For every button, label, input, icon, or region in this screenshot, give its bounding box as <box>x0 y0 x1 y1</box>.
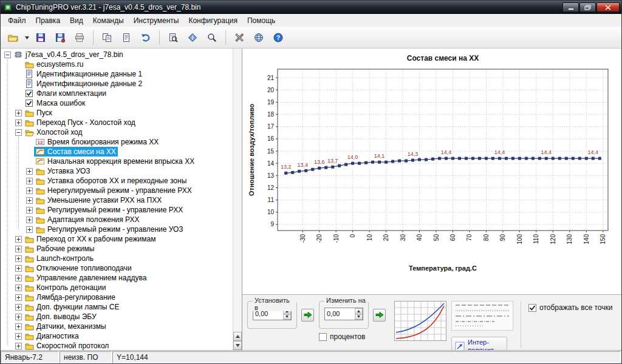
change-spin-up-button[interactable] <box>355 308 363 314</box>
tree-item[interactable]: Диагностика <box>1 331 233 341</box>
tree-item[interactable]: Отключение топливоподачи <box>1 263 233 273</box>
expand-icon[interactable] <box>26 226 33 233</box>
online-button[interactable] <box>250 29 268 47</box>
apply-set-button[interactable] <box>301 309 314 322</box>
tree-item[interactable]: Переход от ХХ к рабочим режимам <box>1 234 233 244</box>
expand-icon[interactable] <box>15 314 22 320</box>
tree-item[interactable]: 12Время блокирования режима ХХ <box>1 137 233 147</box>
expand-icon[interactable] <box>15 275 22 281</box>
copy-button[interactable] <box>98 29 116 47</box>
tree-item[interactable]: Пуск <box>1 108 233 118</box>
expand-icon[interactable] <box>15 255 22 262</box>
expand-icon[interactable] <box>15 323 22 330</box>
help-button[interactable]: ? <box>269 29 287 47</box>
open-dropdown-arrow-icon[interactable] <box>24 29 30 47</box>
undo-button[interactable] <box>137 29 155 47</box>
menu-item[interactable]: Конфигурация <box>183 15 242 27</box>
tree-item-label: Датчики, механизмы <box>36 322 106 331</box>
expand-icon[interactable] <box>15 110 22 116</box>
expand-icon[interactable] <box>15 343 22 349</box>
change-value-input[interactable]: 0,00 <box>325 308 355 320</box>
expand-icon[interactable] <box>15 120 22 126</box>
tree-item[interactable]: Уставка оборотов ХХ и переходные зоны <box>1 176 233 186</box>
tree-item[interactable]: Уставка УОЗ <box>1 166 233 176</box>
expand-icon[interactable] <box>26 217 33 223</box>
tree-item[interactable]: Лямбда-регулирование <box>1 292 233 302</box>
tree-item[interactable]: Доп. выводы ЭБУ <box>1 312 233 322</box>
collapse-icon[interactable] <box>15 129 22 136</box>
menu-item[interactable]: Помощь <box>242 15 280 27</box>
show-all-points-checkbox-box[interactable] <box>528 304 536 312</box>
status-field: неизв. ПО <box>60 351 112 363</box>
tree-item[interactable]: Адаптация положения РХХ <box>1 215 233 224</box>
tree-item[interactable]: Идентификационные данные 1 <box>1 69 233 79</box>
tree-item[interactable]: Состав смеси на ХХ <box>1 147 233 157</box>
menu-item[interactable]: Файл <box>3 15 31 27</box>
tree-item-label: Адаптация положения РХХ <box>47 215 140 224</box>
percent-checkbox-box[interactable] <box>319 333 327 341</box>
expand-icon[interactable] <box>15 294 22 301</box>
chart-canvas[interactable]: 9101112131415161718192021-30-20-10010203… <box>246 51 617 290</box>
tree-item[interactable]: ecusystems.ru <box>1 59 233 69</box>
paste-button[interactable] <box>117 29 135 47</box>
tree-item[interactable]: Регулируемый режим - управление РХХ <box>1 205 233 215</box>
tree-item[interactable]: Флаги комплектации <box>1 89 233 98</box>
expand-icon[interactable] <box>15 285 22 291</box>
expand-icon[interactable] <box>26 187 33 194</box>
minimize-button[interactable] <box>562 2 579 12</box>
menu-item[interactable]: Инструменты <box>129 15 184 27</box>
tree-item[interactable]: Launch-контроль <box>1 254 233 263</box>
expand-icon[interactable] <box>15 236 22 243</box>
scroll-down-button[interactable] <box>233 341 242 350</box>
preview-button[interactable] <box>164 29 182 47</box>
close-button[interactable] <box>596 2 620 12</box>
tree-item[interactable]: Управление давлением наддува <box>1 273 233 283</box>
show-all-points-checkbox[interactable]: отображать все точки <box>528 303 612 312</box>
percent-checkbox[interactable]: процентов <box>319 332 386 341</box>
tree-item[interactable]: Доп. функции лампы СЕ <box>1 302 233 312</box>
maximize-button[interactable] <box>579 2 596 12</box>
set-spin-down-button[interactable] <box>283 314 291 320</box>
tree-item[interactable]: Рабочие режимы <box>1 244 233 254</box>
tree-item[interactable]: Регулируемый режим - управление УОЗ <box>1 224 233 234</box>
tree-item[interactable]: Уменьшение уставки РХХ на ПХХ <box>1 195 233 205</box>
tree-item[interactable]: Начальная коррекция времени впрыска ХХ <box>1 157 233 166</box>
menu-item[interactable]: Вид <box>65 15 88 27</box>
tools-button[interactable] <box>230 29 248 47</box>
save-as-button[interactable] <box>51 29 69 47</box>
tree-item[interactable]: Датчики, механизмы <box>1 322 233 331</box>
expand-icon[interactable] <box>26 197 33 204</box>
tree-scrollbar[interactable] <box>233 49 242 350</box>
properties-button[interactable]: i <box>183 29 202 47</box>
save-button[interactable] <box>32 29 50 47</box>
collapse-icon[interactable] <box>4 52 11 58</box>
expand-icon[interactable] <box>15 265 22 272</box>
expand-icon[interactable] <box>26 207 33 214</box>
expand-icon[interactable] <box>15 304 22 311</box>
expand-icon[interactable] <box>15 333 22 340</box>
tree-item-label: Управление давлением наддува <box>36 274 146 282</box>
tree-item[interactable]: Маска ошибок <box>1 98 233 108</box>
change-spin-down-button[interactable] <box>355 314 363 320</box>
interpolation-styles[interactable] <box>451 301 513 331</box>
change-value-spinedit[interactable]: 0,00 <box>324 308 363 320</box>
tree-item[interactable]: j7esa_v0.4.5_dros_ver_78.bin <box>1 50 233 59</box>
search-button[interactable] <box>203 29 221 47</box>
open-button[interactable] <box>4 29 22 47</box>
tree-item[interactable]: Переход Пуск - Холостой ход <box>1 118 233 127</box>
tree-item[interactable]: Скоростной протокол <box>1 341 233 350</box>
expand-icon[interactable] <box>26 168 33 175</box>
expand-icon[interactable] <box>26 178 33 184</box>
tree-item[interactable]: Нерегулируемый режим - управление РХХ <box>1 186 233 195</box>
copy-icon <box>102 33 112 42</box>
menu-item[interactable]: Команды <box>88 15 129 27</box>
expand-icon[interactable] <box>15 246 22 252</box>
apply-change-button[interactable] <box>373 309 386 322</box>
menu-item[interactable]: Правка <box>31 15 66 27</box>
print-button[interactable] <box>70 29 89 47</box>
folder-icon <box>36 206 45 214</box>
tree-item[interactable]: Контроль детонации <box>1 283 233 292</box>
tree-item[interactable]: Идентификационные данные 2 <box>1 79 233 89</box>
tree-item[interactable]: Холостой ход <box>1 127 233 137</box>
scroll-up-button[interactable] <box>233 332 242 341</box>
